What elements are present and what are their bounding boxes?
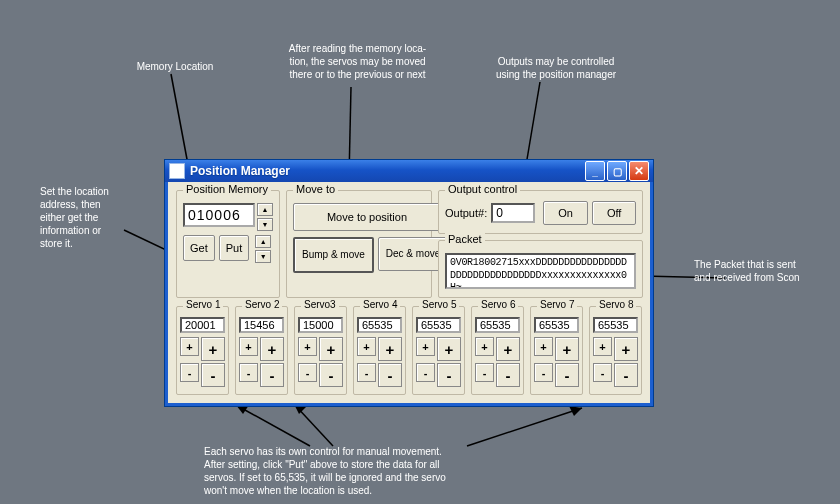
servo-group-1: Servo 1++-- bbox=[176, 306, 229, 395]
servo-1-plus-small[interactable]: + bbox=[180, 337, 199, 356]
servo-3-minus-big[interactable]: - bbox=[319, 363, 343, 387]
servo-5-legend: Servo 5 bbox=[419, 299, 459, 310]
servo-6-plus-big[interactable]: + bbox=[496, 337, 520, 361]
servo-1-legend: Servo 1 bbox=[183, 299, 223, 310]
servo-8-legend: Servo 8 bbox=[596, 299, 636, 310]
svg-line-14 bbox=[467, 408, 582, 446]
servo-group-4: Servo 4++-- bbox=[353, 306, 406, 395]
callout-packet: The Packet that is sent and received fro… bbox=[694, 258, 824, 284]
servo-1-plus-big[interactable]: + bbox=[201, 337, 225, 361]
maximize-button[interactable]: ▢ bbox=[607, 161, 627, 181]
callout-memory-location: Memory Location bbox=[120, 60, 230, 73]
servo-6-minus-small[interactable]: - bbox=[475, 363, 494, 382]
window-title: Position Manager bbox=[190, 164, 580, 178]
servo-group-2: Servo 2++-- bbox=[235, 306, 288, 395]
output-on-button[interactable]: On bbox=[543, 201, 588, 225]
servo-group-5: Servo 5++-- bbox=[412, 306, 465, 395]
servo-1-minus-small[interactable]: - bbox=[180, 363, 199, 382]
callout-setloc: Set the location address, then either ge… bbox=[40, 185, 132, 250]
servo-5-plus-small[interactable]: + bbox=[416, 337, 435, 356]
servo-5-minus-small[interactable]: - bbox=[416, 363, 435, 382]
servo-3-plus-big[interactable]: + bbox=[319, 337, 343, 361]
memory-address-input[interactable] bbox=[183, 203, 255, 227]
servo-5-value-input[interactable] bbox=[416, 317, 461, 333]
servo-7-minus-big[interactable]: - bbox=[555, 363, 579, 387]
servo-row: Servo 1++--Servo 2++--Servo3++--Servo 4+… bbox=[176, 306, 642, 395]
titlebar[interactable]: Position Manager _ ▢ ✕ bbox=[165, 160, 653, 182]
servo-group-3: Servo3++-- bbox=[294, 306, 347, 395]
servo-2-plus-small[interactable]: + bbox=[239, 337, 258, 356]
bump-move-button[interactable]: Bump & move bbox=[293, 237, 374, 273]
servo-6-minus-big[interactable]: - bbox=[496, 363, 520, 387]
output-num-input[interactable] bbox=[491, 203, 535, 223]
svg-marker-15 bbox=[569, 406, 582, 416]
servo-4-minus-big[interactable]: - bbox=[378, 363, 402, 387]
memory-inc-button[interactable]: ▲ bbox=[257, 203, 273, 216]
servo-4-legend: Servo 4 bbox=[360, 299, 400, 310]
output-num-label: Output#: bbox=[445, 207, 487, 219]
packet-text[interactable] bbox=[445, 253, 636, 289]
servo-3-plus-small[interactable]: + bbox=[298, 337, 317, 356]
servo-2-value-input[interactable] bbox=[239, 317, 284, 333]
servo-6-plus-small[interactable]: + bbox=[475, 337, 494, 356]
servo-1-minus-big[interactable]: - bbox=[201, 363, 225, 387]
move-to-group: Move to Move to position Bump & move Dec… bbox=[286, 190, 432, 298]
servo-8-plus-big[interactable]: + bbox=[614, 337, 638, 361]
servo-7-legend: Servo 7 bbox=[537, 299, 577, 310]
servo-4-plus-big[interactable]: + bbox=[378, 337, 402, 361]
memory-dec2-button[interactable]: ▼ bbox=[255, 250, 271, 263]
put-button[interactable]: Put bbox=[219, 235, 250, 261]
servo-3-legend: Servo3 bbox=[301, 299, 339, 310]
servo-5-minus-big[interactable]: - bbox=[437, 363, 461, 387]
servo-group-7: Servo 7++-- bbox=[530, 306, 583, 395]
servo-6-value-input[interactable] bbox=[475, 317, 520, 333]
window: Position Manager _ ▢ ✕ Position Memory ▲… bbox=[164, 159, 654, 407]
output-control-group: Output control Output#: On Off bbox=[438, 190, 643, 234]
callout-servo: Each servo has its own control for manua… bbox=[204, 445, 494, 497]
servo-7-plus-small[interactable]: + bbox=[534, 337, 553, 356]
get-button[interactable]: Get bbox=[183, 235, 215, 261]
servo-3-minus-small[interactable]: - bbox=[298, 363, 317, 382]
servo-4-plus-small[interactable]: + bbox=[357, 337, 376, 356]
servo-8-minus-big[interactable]: - bbox=[614, 363, 638, 387]
servo-7-plus-big[interactable]: + bbox=[555, 337, 579, 361]
packet-group: Packet bbox=[438, 240, 643, 298]
servo-2-legend: Servo 2 bbox=[242, 299, 282, 310]
servo-6-legend: Servo 6 bbox=[478, 299, 518, 310]
svg-line-12 bbox=[294, 404, 333, 446]
minimize-button[interactable]: _ bbox=[585, 161, 605, 181]
servo-8-value-input[interactable] bbox=[593, 317, 638, 333]
memory-inc2-button[interactable]: ▲ bbox=[255, 235, 271, 248]
svg-line-10 bbox=[236, 405, 310, 446]
servo-3-value-input[interactable] bbox=[298, 317, 343, 333]
servo-2-minus-big[interactable]: - bbox=[260, 363, 284, 387]
move-to-legend: Move to bbox=[293, 183, 338, 195]
servo-2-plus-big[interactable]: + bbox=[260, 337, 284, 361]
servo-group-6: Servo 6++-- bbox=[471, 306, 524, 395]
output-control-legend: Output control bbox=[445, 183, 520, 195]
app-icon bbox=[169, 163, 185, 179]
position-memory-group: Position Memory ▲ ▼ Get Put ▲ ▼ bbox=[176, 190, 280, 298]
servo-1-value-input[interactable] bbox=[180, 317, 225, 333]
servo-7-minus-small[interactable]: - bbox=[534, 363, 553, 382]
packet-legend: Packet bbox=[445, 233, 485, 245]
callout-outputs: Outputs may be controlled using the posi… bbox=[486, 55, 626, 81]
servo-group-8: Servo 8++-- bbox=[589, 306, 642, 395]
servo-4-minus-small[interactable]: - bbox=[357, 363, 376, 382]
servo-5-plus-big[interactable]: + bbox=[437, 337, 461, 361]
position-memory-legend: Position Memory bbox=[183, 183, 271, 195]
callout-move: After reading the memory loca- tion, the… bbox=[275, 42, 440, 81]
servo-7-value-input[interactable] bbox=[534, 317, 579, 333]
output-off-button[interactable]: Off bbox=[592, 201, 636, 225]
servo-8-plus-small[interactable]: + bbox=[593, 337, 612, 356]
memory-dec-button[interactable]: ▼ bbox=[257, 218, 273, 231]
move-to-position-button[interactable]: Move to position bbox=[293, 203, 441, 231]
servo-2-minus-small[interactable]: - bbox=[239, 363, 258, 382]
servo-8-minus-small[interactable]: - bbox=[593, 363, 612, 382]
close-button[interactable]: ✕ bbox=[629, 161, 649, 181]
servo-4-value-input[interactable] bbox=[357, 317, 402, 333]
